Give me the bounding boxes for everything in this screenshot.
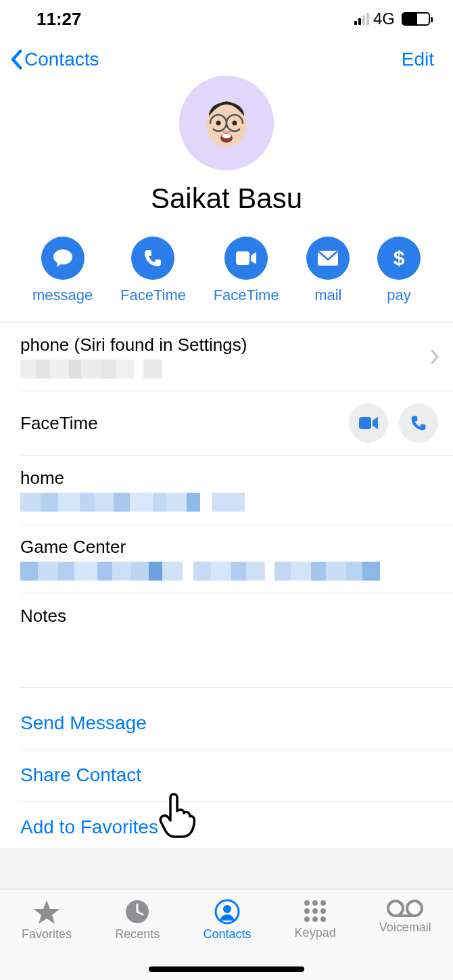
avatar[interactable]: [179, 76, 274, 170]
svg-point-7: [222, 134, 231, 139]
add-to-favorites-button[interactable]: Add to Favorites: [20, 802, 453, 853]
action-row: message FaceTime FaceTime mail $ pay: [0, 215, 453, 322]
facetime-audio-label: FaceTime: [120, 287, 186, 304]
clock-icon: [124, 899, 150, 925]
video-icon: [358, 416, 379, 431]
notes-label: Notes: [20, 606, 438, 627]
memoji-icon: [193, 89, 260, 157]
svg-point-25: [320, 916, 326, 922]
facetime-video-button[interactable]: FaceTime: [214, 237, 279, 304]
mail-label: mail: [314, 287, 341, 304]
send-message-button[interactable]: Send Message: [20, 697, 453, 750]
svg-point-16: [223, 905, 231, 913]
cellular-signal-icon: [354, 13, 369, 25]
dollar-icon: $: [377, 237, 421, 280]
svg-point-4: [216, 121, 221, 126]
phone-icon: [410, 414, 427, 432]
contact-details: phone (Siri found in Settings) FaceTime …: [0, 322, 453, 853]
background-fill: [0, 848, 453, 889]
facetime-label: FaceTime: [20, 413, 98, 434]
svg-point-8: [208, 124, 213, 133]
status-bar: 11:27 4G: [0, 0, 453, 38]
gamecenter-row[interactable]: Game Center: [20, 524, 453, 593]
svg-point-20: [304, 908, 310, 914]
home-indicator[interactable]: [149, 966, 304, 972]
chevron-left-icon: [9, 49, 23, 70]
tab-label: Contacts: [203, 927, 251, 941]
voicemail-icon: [386, 899, 424, 918]
phone-row[interactable]: phone (Siri found in Settings): [20, 322, 453, 391]
video-icon: [224, 237, 268, 280]
battery-icon: [402, 12, 430, 26]
svg-point-5: [233, 121, 237, 126]
profile-header: Saikat Basu: [0, 81, 453, 215]
contact-name: Saikat Basu: [151, 182, 302, 215]
notes-row[interactable]: Notes: [20, 593, 453, 688]
tab-voicemail[interactable]: Voicemail: [379, 899, 431, 980]
svg-point-22: [320, 908, 326, 914]
chevron-right-icon: [430, 349, 439, 364]
message-label: message: [32, 287, 93, 304]
edit-button[interactable]: Edit: [402, 49, 434, 70]
tab-bar: Favorites Recents Contacts Keypad Voicem…: [0, 889, 453, 980]
gamecenter-value-redacted: [20, 562, 438, 581]
nav-bar: Contacts Edit: [0, 38, 453, 81]
tab-favorites[interactable]: Favorites: [22, 899, 72, 980]
svg-point-17: [304, 900, 310, 906]
svg-rect-10: [236, 251, 249, 265]
svg-text:$: $: [394, 247, 405, 269]
facetime-row: FaceTime: [20, 391, 453, 456]
svg-point-23: [304, 916, 310, 922]
svg-point-26: [388, 901, 403, 916]
mail-icon: [306, 237, 350, 280]
tab-label: Recents: [115, 927, 160, 941]
home-label: home: [20, 468, 438, 489]
svg-point-19: [320, 900, 326, 906]
pay-label: pay: [387, 287, 410, 304]
svg-point-9: [240, 124, 245, 133]
star-icon: [33, 899, 60, 925]
phone-label: phone (Siri found in Settings): [20, 335, 438, 356]
svg-point-27: [407, 901, 422, 916]
phone-icon: [131, 237, 174, 280]
network-label: 4G: [373, 9, 395, 28]
status-indicators: 4G: [354, 9, 430, 28]
svg-rect-13: [359, 417, 371, 429]
home-row[interactable]: home: [20, 456, 453, 524]
share-contact-button[interactable]: Share Contact: [20, 750, 453, 802]
facetime-video-label: FaceTime: [214, 287, 279, 304]
gamecenter-label: Game Center: [20, 537, 438, 558]
home-value-redacted: [20, 493, 438, 512]
facetime-audio-button[interactable]: FaceTime: [120, 237, 186, 304]
tab-label: Voicemail: [379, 921, 431, 935]
keypad-icon: [303, 899, 327, 923]
phone-value-redacted: [20, 360, 438, 378]
back-button[interactable]: Contacts: [9, 49, 99, 70]
mail-button[interactable]: mail: [306, 237, 350, 304]
status-time: 11:27: [37, 9, 82, 30]
facetime-video-call-button[interactable]: [349, 403, 388, 443]
svg-point-24: [312, 916, 318, 922]
facetime-audio-call-button[interactable]: [399, 403, 438, 443]
svg-point-18: [312, 900, 318, 906]
tab-label: Keypad: [295, 926, 336, 940]
message-button[interactable]: message: [32, 237, 93, 304]
back-label: Contacts: [24, 49, 99, 70]
message-icon: [41, 237, 85, 280]
tab-label: Favorites: [22, 927, 72, 941]
svg-point-21: [312, 908, 318, 914]
pay-button[interactable]: $ pay: [377, 237, 421, 304]
contact-icon: [214, 899, 240, 925]
